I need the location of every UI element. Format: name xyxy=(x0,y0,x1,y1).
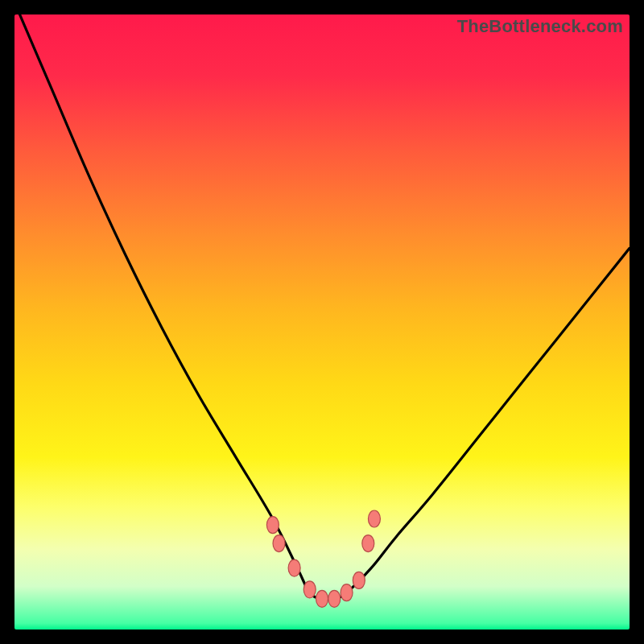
watermark-text: TheBottleneck.com xyxy=(457,16,623,37)
chart-frame: TheBottleneck.com xyxy=(0,0,644,644)
bottleneck-gradient-background xyxy=(14,14,630,630)
plot-area: TheBottleneck.com xyxy=(14,14,630,630)
